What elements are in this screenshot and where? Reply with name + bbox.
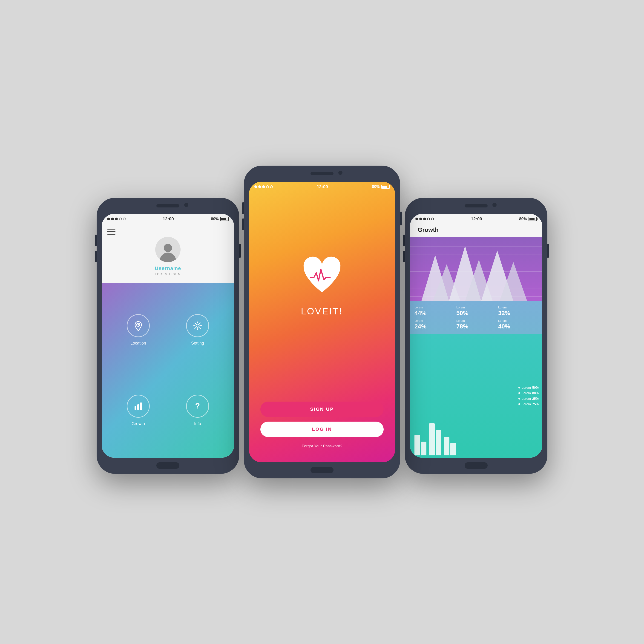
bar-2a bbox=[429, 423, 435, 455]
stat-0-value: 44% bbox=[414, 310, 454, 317]
battery-left: 80% bbox=[211, 217, 229, 221]
phone-center-home[interactable] bbox=[310, 467, 333, 473]
stat-1-label: Lorem bbox=[456, 306, 496, 309]
phone-left-home[interactable] bbox=[156, 462, 179, 469]
bar-1a bbox=[414, 435, 420, 455]
stat-4: Lorem 78% bbox=[456, 319, 496, 330]
svg-line-8 bbox=[199, 328, 201, 329]
info-label: Info bbox=[194, 421, 201, 426]
bar-2b bbox=[436, 430, 441, 455]
phone-right-camera bbox=[492, 203, 497, 207]
battery-icon-left bbox=[220, 217, 229, 221]
legend-item-1: Lorem 80% bbox=[518, 391, 539, 395]
dot3 bbox=[115, 218, 118, 220]
phone-right-vol2 bbox=[403, 251, 405, 262]
svg-rect-11 bbox=[135, 406, 136, 410]
hamburger-menu[interactable] bbox=[102, 224, 234, 237]
bar-group-3 bbox=[444, 437, 456, 455]
phone-center-speaker bbox=[310, 172, 333, 175]
phone-center-power-btn bbox=[400, 212, 402, 225]
info-icon-circle: ? bbox=[186, 395, 209, 418]
legend-pct-3: 75% bbox=[532, 402, 539, 406]
legend-pct-2: 25% bbox=[532, 397, 539, 400]
stat-5-value: 40% bbox=[498, 323, 538, 330]
menu-item-growth[interactable]: Growth bbox=[109, 370, 168, 451]
battery-icon-center bbox=[381, 185, 390, 189]
avatar bbox=[155, 237, 181, 262]
dot2 bbox=[111, 218, 114, 220]
stat-3: Lorem 24% bbox=[414, 319, 454, 330]
signal-dots-left bbox=[107, 218, 126, 220]
legend-dot-0 bbox=[518, 387, 520, 388]
phone-left-vol1 bbox=[95, 235, 97, 246]
legend-dot-2 bbox=[518, 398, 520, 400]
rdot5 bbox=[431, 218, 434, 220]
profile-section: Username LOREM IPSUM bbox=[102, 224, 234, 283]
username-label: Username bbox=[102, 265, 234, 271]
phone-center-vol2 bbox=[242, 219, 244, 230]
signup-button[interactable]: SIGN UP bbox=[260, 402, 384, 417]
rdot4 bbox=[427, 218, 430, 220]
mountain-chart bbox=[410, 237, 542, 301]
svg-text:?: ? bbox=[195, 401, 200, 410]
phone-right-vol1 bbox=[403, 235, 405, 246]
stat-2-value: 32% bbox=[498, 310, 538, 317]
menu-item-setting[interactable]: Setting bbox=[168, 290, 227, 370]
status-bar-right: 12:00 80% bbox=[410, 214, 542, 224]
cdot3 bbox=[262, 185, 265, 188]
stat-5: Lorem 40% bbox=[498, 319, 538, 330]
phone-left-camera bbox=[184, 203, 188, 207]
cdot4 bbox=[266, 185, 269, 188]
bar-group-2 bbox=[429, 423, 441, 455]
info-icon: ? bbox=[193, 401, 203, 411]
bar-3b bbox=[450, 443, 456, 455]
stats-row2: Lorem 24% Lorem 78% Lorem 40% bbox=[410, 319, 542, 334]
mountain-chart-svg bbox=[410, 237, 542, 301]
legend-item-0: Lorem 50% bbox=[518, 386, 539, 389]
status-bar-left: 12:00 80% bbox=[102, 214, 234, 224]
cdot5 bbox=[270, 185, 273, 188]
menu-item-info[interactable]: ? Info bbox=[168, 370, 227, 451]
setting-icon-circle bbox=[186, 314, 209, 337]
stat-5-label: Lorem bbox=[498, 319, 538, 322]
login-button[interactable]: LOG IN bbox=[260, 422, 384, 437]
location-icon-circle bbox=[127, 314, 150, 337]
svg-point-2 bbox=[196, 324, 199, 327]
menu-item-location[interactable]: Location bbox=[109, 290, 168, 370]
avatar-torso bbox=[160, 253, 176, 262]
signal-dots-center bbox=[254, 185, 273, 188]
legend-dot-1 bbox=[518, 392, 520, 394]
stat-0-label: Lorem bbox=[414, 306, 454, 309]
setting-icon bbox=[193, 321, 203, 331]
signal-dots-right bbox=[415, 218, 434, 220]
legend-dot-3 bbox=[518, 403, 520, 405]
phone-left-vol2 bbox=[95, 251, 97, 262]
rdot3 bbox=[423, 218, 426, 220]
status-bar-center: 12:00 80% bbox=[249, 182, 395, 192]
svg-line-10 bbox=[195, 328, 196, 329]
dot5 bbox=[123, 218, 126, 220]
svg-line-7 bbox=[195, 323, 196, 324]
center-content: LOVEIT! bbox=[299, 182, 345, 402]
bar-3a bbox=[444, 437, 449, 455]
battery-icon-right bbox=[529, 217, 537, 221]
phone-right: 12:00 80% Growth bbox=[405, 198, 547, 474]
stat-1: Lorem 50% bbox=[456, 306, 496, 317]
phone-center-vol1 bbox=[242, 202, 244, 214]
legend-item-3: Lorem 75% bbox=[518, 402, 539, 406]
stats-row1: Lorem 44% Lorem 50% Lorem 32% bbox=[410, 301, 542, 319]
stat-3-label: Lorem bbox=[414, 319, 454, 322]
avatar-body bbox=[159, 244, 177, 262]
forgot-password-link[interactable]: Forgot Your Password? bbox=[260, 444, 384, 449]
legend-label-2: Lorem bbox=[522, 397, 531, 400]
svg-rect-13 bbox=[140, 403, 142, 410]
dot1 bbox=[107, 218, 110, 220]
growth-title: Growth bbox=[418, 226, 439, 233]
stat-0: Lorem 44% bbox=[414, 306, 454, 317]
cdot1 bbox=[254, 185, 257, 188]
dot4 bbox=[119, 218, 122, 220]
growth-label: Growth bbox=[132, 421, 145, 426]
setting-label: Setting bbox=[191, 341, 204, 346]
legend-item-2: Lorem 25% bbox=[518, 397, 539, 400]
phone-right-home[interactable] bbox=[465, 462, 488, 469]
